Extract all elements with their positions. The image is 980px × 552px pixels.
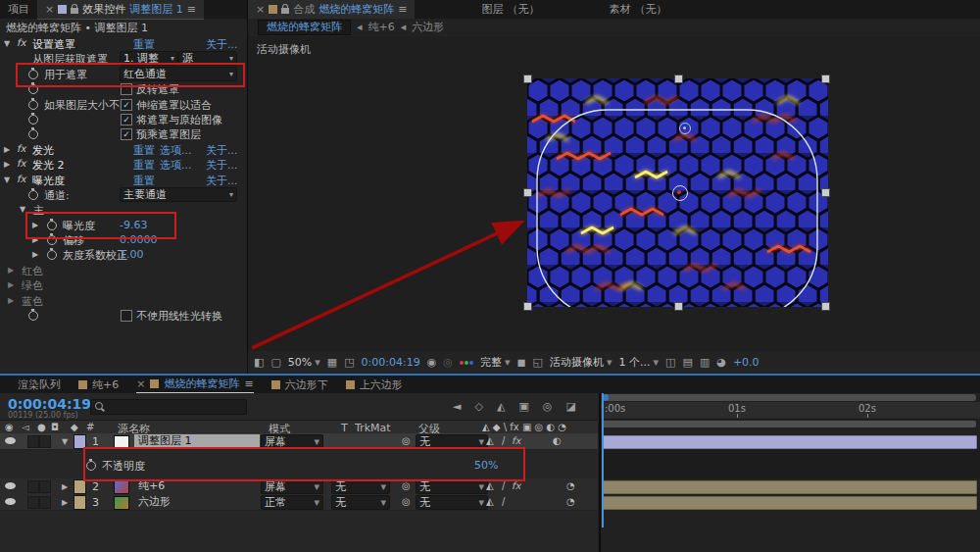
expand-triangle-icon[interactable]: ▶ (62, 498, 68, 507)
layer-name[interactable]: 调整图层 1 (134, 434, 260, 447)
selection-handle[interactable] (674, 75, 683, 83)
resolution-dropdown[interactable]: 完整 ▾ (480, 355, 511, 370)
nav-hex-label[interactable]: 六边形 (412, 20, 444, 34)
expand-triangle-icon[interactable]: ▶ (32, 250, 38, 259)
about-link[interactable]: 关于... (206, 143, 238, 158)
tab-solid-comp[interactable]: 纯+6 (78, 376, 119, 393)
expand-triangle-icon[interactable]: ▶ (8, 280, 14, 289)
options-link[interactable]: 选项... (160, 143, 192, 158)
timeline-button-icon[interactable]: ▤ (682, 356, 692, 369)
frame-blend-icon[interactable]: ▣ (518, 400, 528, 413)
solo-cell[interactable] (39, 496, 51, 509)
reset-link[interactable]: 重置 (133, 37, 155, 52)
magnification-dropdown[interactable]: 50% ▾ (288, 356, 320, 369)
stopwatch-icon[interactable] (28, 129, 38, 139)
tab-hex-up-comp[interactable]: 上六边形 (346, 376, 403, 393)
composition-viewer[interactable]: 活动摄像机 (248, 36, 980, 351)
stopwatch-icon[interactable] (28, 311, 38, 321)
nav-current-comp[interactable]: 燃烧的蜂窝矩阵 (258, 20, 351, 35)
effect-title[interactable]: 设置遮罩 (32, 37, 75, 52)
close-icon[interactable]: × (45, 3, 54, 16)
work-area-bar[interactable] (603, 421, 976, 427)
layer-bar-solid[interactable] (603, 480, 977, 494)
options-link[interactable]: 选项... (160, 158, 192, 173)
grid-guides-icon[interactable]: ▦ (327, 356, 337, 369)
selection-handle[interactable] (821, 188, 830, 197)
layer-row-3[interactable]: ▶ 3 六边形 正常 ▾ 无 ▾ ◎ 无 ▾ (0, 494, 598, 511)
fx-switch[interactable]: fx (512, 435, 520, 446)
fx-badge-icon[interactable]: fx (17, 143, 25, 154)
selection-handle[interactable] (523, 75, 532, 83)
panel-menu-icon[interactable]: ≡ (244, 377, 253, 390)
quality-slash-switch[interactable]: / (502, 435, 505, 446)
honeycomb-footage[interactable] (527, 78, 828, 307)
transparency-grid-icon[interactable]: ◱ (533, 356, 543, 369)
anchor-point[interactable] (672, 185, 688, 201)
tab-hex-down-comp[interactable]: 六边形下 (271, 376, 328, 393)
mode-dropdown[interactable]: 正常 ▾ (261, 495, 323, 510)
parent-pickwhip-icon[interactable]: ◎ (402, 435, 411, 446)
tab-project[interactable]: 项目 (0, 0, 37, 19)
search-input[interactable] (90, 399, 247, 415)
quality-switch[interactable]: ◭ (486, 480, 494, 491)
exposure-adjust-value[interactable]: +0.0 (733, 356, 760, 369)
fx-badge-icon[interactable]: fx (17, 174, 25, 184)
tab-composition[interactable]: × 合成 燃烧的蜂窝矩阵 ≡ (248, 0, 415, 20)
view-layout-dropdown[interactable]: 1 个... ▾ (619, 355, 660, 370)
stopwatch-icon[interactable] (28, 100, 38, 110)
show-snapshot-icon[interactable]: ◎ (443, 356, 453, 369)
exposure-gear-icon[interactable]: ◕ (716, 356, 726, 369)
bypass-linear-checkbox[interactable] (121, 310, 132, 322)
graph-editor-icon[interactable]: ◪ (565, 400, 575, 413)
reset-link[interactable]: 重置 (133, 174, 155, 188)
layer-bar-hex[interactable] (603, 496, 977, 510)
effect-title[interactable]: 发光 (32, 143, 54, 158)
reset-link[interactable]: 重置 (133, 158, 155, 173)
channels-dropdown[interactable]: 主要通道 ▾ (120, 187, 237, 202)
adjustment-layer-switch[interactable]: ◐ (553, 435, 562, 446)
primary-viewer-icon[interactable]: ▢ (270, 356, 280, 369)
group-label[interactable]: 绿色 (22, 278, 43, 293)
motion-blur-icon[interactable]: ◎ (543, 400, 553, 413)
nav-solid-label[interactable]: 纯+6 (368, 20, 395, 34)
composite-matte-checkbox[interactable]: ✓ (121, 114, 132, 125)
tab-footage[interactable]: 素材 （无） (601, 0, 674, 19)
solo-cell[interactable] (39, 435, 51, 448)
premultiply-checkbox[interactable]: ✓ (121, 128, 132, 140)
comp-flowchart-icon[interactable]: ▥ (700, 356, 710, 369)
eye-icon[interactable] (5, 498, 16, 505)
tab-effect-controls[interactable]: × 效果控件 调整图层 1 ≡ (37, 0, 204, 20)
expand-triangle-icon[interactable]: ▶ (62, 482, 68, 491)
mode-dropdown[interactable]: 屏幕 ▾ (261, 479, 323, 494)
preview-timecode[interactable]: 0:00:04:19 (362, 356, 420, 369)
gamma-value[interactable]: 1.00 (120, 248, 144, 261)
3d-layer-switch[interactable]: ◔ (566, 480, 575, 491)
group-label[interactable]: 蓝色 (22, 294, 43, 309)
about-link[interactable]: 关于... (206, 158, 238, 173)
stopwatch-icon[interactable] (28, 190, 38, 200)
quality-switch[interactable]: ◭ (486, 496, 494, 507)
group-label[interactable]: 红色 (22, 264, 43, 278)
reset-link[interactable]: 重置 (133, 143, 155, 158)
panel-menu-icon[interactable]: ≡ (187, 3, 196, 16)
panel-menu-icon[interactable]: ≡ (398, 3, 407, 16)
playhead[interactable] (602, 393, 604, 527)
selection-handle[interactable] (674, 302, 683, 311)
pixel-aspect-icon[interactable]: ◫ (665, 356, 675, 369)
expand-triangle-icon[interactable]: ▶ (8, 266, 14, 275)
eye-icon[interactable] (5, 482, 16, 489)
current-timecode[interactable]: 0:00:04:19 (8, 396, 91, 412)
fx-badge-icon[interactable]: fx (17, 158, 25, 169)
expand-triangle-icon[interactable]: ▶ (4, 160, 10, 169)
close-icon[interactable]: × (136, 377, 145, 390)
unlock-icon[interactable] (281, 8, 289, 14)
time-navigator-bar[interactable] (603, 394, 976, 401)
eye-icon[interactable] (5, 437, 16, 444)
stretch-matte-checkbox[interactable]: ✓ (121, 99, 132, 111)
quality-slash-switch[interactable]: / (502, 480, 505, 491)
parent-dropdown[interactable]: 无 ▾ (416, 479, 488, 494)
hide-shy-icon[interactable]: ◭ (497, 400, 505, 413)
selection-handle[interactable] (821, 75, 830, 83)
audio-cell[interactable] (27, 435, 39, 448)
label-color-swatch[interactable] (74, 495, 86, 510)
